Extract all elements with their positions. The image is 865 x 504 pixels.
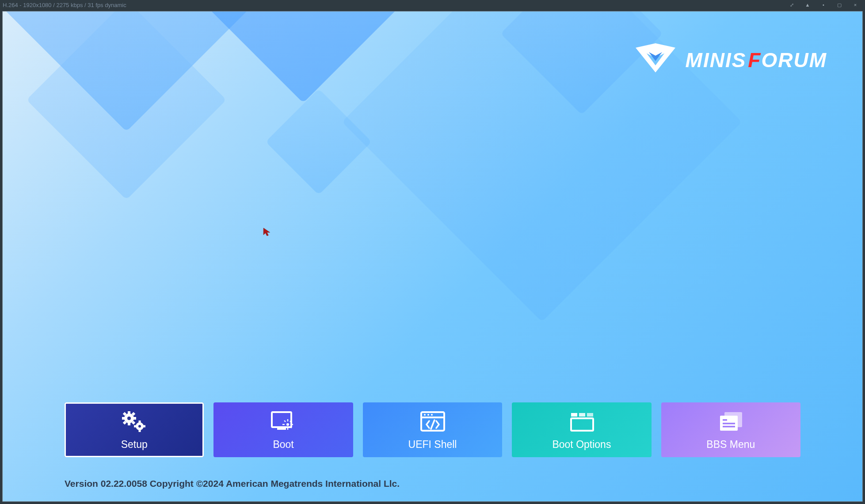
- close-icon[interactable]: ×: [847, 0, 863, 10]
- svg-rect-32: [571, 413, 577, 417]
- titlebar: H.264 - 1920x1080 / 2275 kbps / 31 fps d…: [0, 0, 865, 10]
- svg-rect-15: [143, 425, 145, 427]
- svg-rect-22: [291, 424, 293, 424]
- maximize-icon[interactable]: ▢: [831, 0, 847, 10]
- brand-name: MINIS F ORUM: [686, 48, 827, 72]
- svg-rect-21: [282, 424, 285, 424]
- svg-rect-35: [571, 418, 593, 431]
- svg-rect-4: [122, 417, 126, 420]
- tile-label: Boot Options: [552, 439, 611, 451]
- svg-rect-12: [138, 421, 141, 423]
- tile-boot[interactable]: Boot: [213, 402, 353, 457]
- tile-boot-options[interactable]: Boot Options: [512, 402, 651, 457]
- svg-rect-40: [723, 426, 735, 428]
- svg-point-29: [424, 414, 426, 416]
- bbs-menu-icon: [716, 409, 746, 433]
- bios-screen: MINIS F ORUM: [2, 11, 863, 502]
- tile-label: BBS Menu: [706, 439, 755, 451]
- svg-rect-14: [134, 425, 137, 427]
- brand-text-f: F: [748, 48, 761, 72]
- svg-rect-3: [128, 422, 130, 425]
- menu-tiles: Setup: [65, 402, 800, 457]
- boot-options-icon: [567, 409, 597, 433]
- svg-rect-17: [277, 428, 286, 430]
- bg-cube: [266, 89, 372, 195]
- dot-icon[interactable]: •: [815, 0, 831, 10]
- svg-rect-2: [128, 411, 130, 415]
- svg-point-18: [286, 423, 289, 426]
- window-title: H.264 - 1920x1080 / 2275 kbps / 31 fps d…: [3, 2, 126, 8]
- svg-rect-33: [579, 413, 585, 417]
- tile-uefi-shell[interactable]: UEFI Shell: [363, 402, 502, 457]
- titlebar-controls: ⤢ ▲ • ▢ ×: [784, 0, 863, 10]
- svg-point-11: [138, 425, 141, 428]
- brand-text-1: MINIS: [686, 48, 747, 72]
- boot-monitor-icon: [268, 409, 298, 433]
- svg-rect-34: [587, 413, 593, 417]
- tile-bbs-menu[interactable]: BBS Menu: [661, 402, 800, 457]
- tile-setup[interactable]: Setup: [65, 402, 204, 457]
- logo-shield-icon: [633, 42, 678, 78]
- tile-label: UEFI Shell: [408, 439, 457, 451]
- brand-logo: MINIS F ORUM: [633, 42, 827, 78]
- tile-label: Boot: [273, 439, 293, 451]
- svg-point-30: [427, 414, 429, 416]
- svg-rect-38: [723, 419, 727, 421]
- svg-rect-19: [287, 419, 288, 421]
- shell-window-icon: [418, 409, 448, 433]
- svg-rect-20: [287, 428, 288, 430]
- svg-point-1: [127, 417, 131, 420]
- svg-point-31: [431, 414, 433, 416]
- tile-label: Setup: [121, 439, 148, 451]
- brand-text-2: ORUM: [761, 48, 827, 72]
- svg-rect-13: [138, 429, 141, 432]
- fullscreen-icon[interactable]: ⤢: [784, 0, 800, 10]
- svg-rect-23: [284, 420, 286, 422]
- svg-rect-5: [133, 417, 136, 420]
- up-arrow-icon[interactable]: ▲: [800, 0, 815, 10]
- svg-rect-39: [723, 423, 735, 424]
- gears-icon: [119, 409, 149, 433]
- version-footer: Version 02.22.0058 Copyright ©2024 Ameri…: [65, 478, 400, 489]
